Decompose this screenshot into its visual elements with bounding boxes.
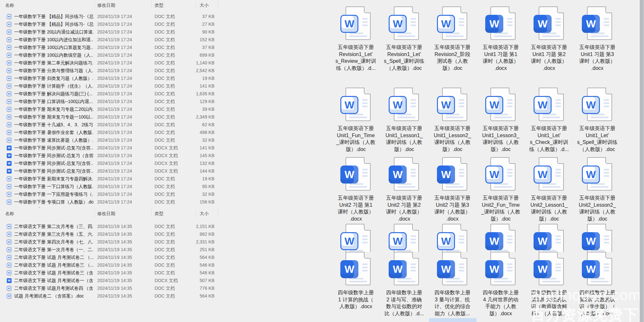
file-label: 五年级英语下册Unit1_Lesson1_课时训练（人教版）.doc	[377, 125, 431, 153]
file-icon-item[interactable]: W五年级英语下册Unit1 习题 第3课时（人教版）.docx	[570, 6, 625, 71]
folded-corner	[605, 224, 612, 231]
file-icon-item[interactable]: W五年级英语下册Unit2 习题 第1课时（人教版）.docx	[328, 157, 383, 222]
word-docx-icon: W	[389, 252, 420, 286]
folded-corner	[605, 6, 612, 13]
folded-corner	[460, 252, 467, 259]
word-docx-icon: W	[340, 252, 371, 286]
file-icon-item[interactable]: W五年级英语下册Unit2 习题 第2课时（人教版）.docx	[377, 157, 431, 222]
word-doc-icon: W	[534, 88, 564, 122]
file-icon-item[interactable]: W四年级数学上册1 计算的挑战（人教版）.docx	[328, 252, 383, 310]
file-icon-item[interactable]: W	[522, 224, 576, 252]
word-docx-icon: W	[437, 157, 468, 191]
folded-corner	[412, 252, 419, 259]
file-icon-item[interactable]: W五年级英语下册Unit1_Lesson2_课时训练（人教版）.doc	[425, 88, 480, 153]
folded-corner	[557, 88, 564, 94]
file-label: 五年级英语下册Revision1_Let's_Spell_课时训练（人教版）.d…	[377, 44, 431, 71]
word-docx-icon: W	[340, 157, 371, 191]
file-icon-item[interactable]: W四年级数学上册2 读与写、准确数与近似数的对比（人教版）.d...	[377, 252, 431, 317]
word-doc-icon: W	[534, 157, 564, 191]
file-icon-item[interactable]: W	[377, 224, 431, 252]
explorer-window: ˆ 名称 修改日期 类型 大小 W一年级数学下册 【精品】同步练习-《总...2…	[0, 0, 644, 322]
folded-corner	[412, 88, 419, 94]
word-docx-icon: W	[534, 252, 564, 286]
folded-corner	[412, 157, 419, 164]
folded-corner	[557, 224, 564, 231]
file-label: 五年级英语下册Unit2_Lesson1_课时训练（人教版）.doc	[522, 194, 576, 222]
file-icon-item[interactable]: W五年级英语下册Unit2_Lesson2_课时训练（人教版）.doc	[570, 157, 625, 222]
word-docx-icon: W	[534, 224, 564, 252]
file-icon-item[interactable]: W五年级英语下册Unit1_Fun_Time_课时训练（人教版）.doc	[328, 88, 383, 153]
file-label: 五年级英语下册Unit2 习题 第1课时（人教版）.docx	[328, 194, 383, 222]
word-docx-icon: W	[582, 224, 613, 252]
folded-corner	[460, 157, 467, 164]
file-icon-item[interactable]: W四年级数学上册3 量与计算、统计、优化的综合能力（人教版...	[425, 252, 480, 317]
file-label: 四年级数学上册第1讲 大数的认识（教师版含解析）（人教版...	[522, 289, 576, 317]
file-label: 四年级数学上册2 读与写、准确数与近似数的对比（人教版）.d...	[377, 289, 431, 317]
file-label: 五年级英语下册Unit2 习题 第3课时（人教版）.docx	[425, 194, 480, 222]
file-icon-item[interactable]: W五年级英语下册Unit1 习题 第2课时（人教版）.docx	[522, 6, 576, 71]
folded-corner	[460, 6, 467, 13]
folded-corner	[605, 252, 612, 259]
file-icon-item[interactable]: W四年级数学上册第2讲 大数的认识（学生版）（人教版）.docx	[570, 252, 625, 317]
file-label: 五年级英语下册Revision1_Let's_Review_课时训练（人教版）.…	[328, 44, 383, 71]
word-doc-icon: W	[437, 6, 468, 41]
file-icon-item[interactable]: W	[425, 224, 480, 252]
vertical-scrollbar[interactable]	[639, 0, 644, 322]
file-icon-item[interactable]: W五年级英语下册Unit1_Lesson3_课时训练（人教版）.doc	[473, 88, 528, 153]
word-doc-icon: W	[389, 6, 420, 41]
folded-corner	[605, 88, 612, 94]
selection-highlight	[429, 318, 477, 322]
file-label: 五年级英语下册Unit2 习题 第2课时（人教版）.docx	[377, 194, 431, 222]
folded-corner	[364, 88, 371, 94]
folded-corner	[364, 157, 371, 164]
file-icon-item[interactable]: W五年级英语下册Unit2_Lesson1_课时训练（人教版）.doc	[522, 157, 576, 222]
icon-grid-panel: W五年级英语下册Revision1_Let's_Review_课时训练（人教版）…	[0, 0, 644, 322]
file-icon-item[interactable]: W五年级英语下册Revision1_Let's_Spell_课时训练（人教版）.…	[377, 6, 431, 71]
word-docx-icon: W	[582, 6, 613, 41]
folded-corner	[412, 224, 419, 231]
folded-corner	[412, 6, 419, 13]
word-doc-icon: W	[485, 88, 516, 122]
file-label: 五年级英语下册Unit2_Lesson2_课时训练（人教版）.doc	[570, 194, 625, 222]
word-docx-icon: W	[389, 157, 420, 191]
file-label: 五年级英语下册Unit1 习题 第1课时（人教版）.docx	[473, 44, 528, 71]
file-label: 五年级英语下册Unit1 习题 第3课时（人教版）.docx	[570, 44, 625, 71]
folded-corner	[557, 6, 564, 13]
word-doc-icon: W	[340, 6, 371, 41]
folded-corner	[460, 88, 467, 94]
word-docx-icon: W	[485, 6, 516, 41]
word-doc-icon: W	[437, 88, 468, 122]
folded-corner	[460, 224, 467, 231]
file-icon-item[interactable]: W五年级英语下册Unit2_Fun_Time_课时训练（人教版）.doc	[473, 157, 528, 222]
word-docx-icon: W	[437, 252, 468, 286]
word-doc-icon: W	[389, 88, 420, 122]
file-icon-item[interactable]: W四年级数学上册第1讲 大数的认识（教师版含解析）（人教版...	[522, 252, 576, 317]
file-icon-item[interactable]: W五年级英语下册Unit1_Lesson1_课时训练（人教版）.doc	[377, 88, 431, 153]
file-icon-item[interactable]: W五年级英语下册Revision1_Let's_Review_课时训练（人教版）…	[328, 6, 383, 71]
file-icon-item[interactable]: W	[570, 224, 625, 252]
file-label: 五年级英语下册Unit1_Lesson2_课时训练（人教版）.doc	[425, 125, 480, 153]
folded-corner	[509, 157, 516, 164]
scrollbar-thumb[interactable]	[640, 0, 644, 322]
word-docx-icon: W	[582, 252, 613, 286]
file-icon-item[interactable]: W四年级数学上册4 几何世界的动手能力（人教版）.docx	[473, 252, 528, 317]
file-icon-item[interactable]: W五年级英语下册Unit1_Let's_Check_课时训练（人教版）.d...	[522, 88, 576, 153]
file-label: 五年级英语下册Unit1 习题 第2课时（人教版）.docx	[522, 44, 576, 71]
file-icon-item[interactable]: W五年级英语下册Unit1 习题 第1课时（人教版）.docx	[473, 6, 528, 71]
folded-corner	[557, 157, 564, 164]
file-icon-item[interactable]: W	[473, 224, 528, 252]
folded-corner	[509, 6, 516, 13]
file-label: 五年级英语下册Unit1_Let's_Spell_课时训练（人教版）.doc	[570, 125, 625, 153]
folded-corner	[364, 252, 371, 259]
file-label: 五年级英语下册Unit1_Fun_Time_课时训练（人教版）.doc	[328, 125, 383, 153]
file-icon-item[interactable]: W五年级英语下册Revision2_阶段测试卷（人教版）.doc	[425, 6, 480, 71]
word-doc-icon: W	[389, 224, 420, 252]
word-docx-icon: W	[485, 252, 516, 286]
file-icon-item[interactable]: W五年级英语下册Unit1_Let's_Spell_课时训练（人教版）.doc	[570, 88, 625, 153]
word-doc-icon: W	[582, 157, 613, 191]
file-icon-item[interactable]: W五年级英语下册Unit2 习题 第3课时（人教版）.docx	[425, 157, 480, 222]
file-icon-item[interactable]: W	[328, 224, 383, 252]
word-doc-icon: W	[582, 88, 613, 122]
word-docx-icon: W	[534, 6, 564, 41]
folded-corner	[557, 252, 564, 259]
